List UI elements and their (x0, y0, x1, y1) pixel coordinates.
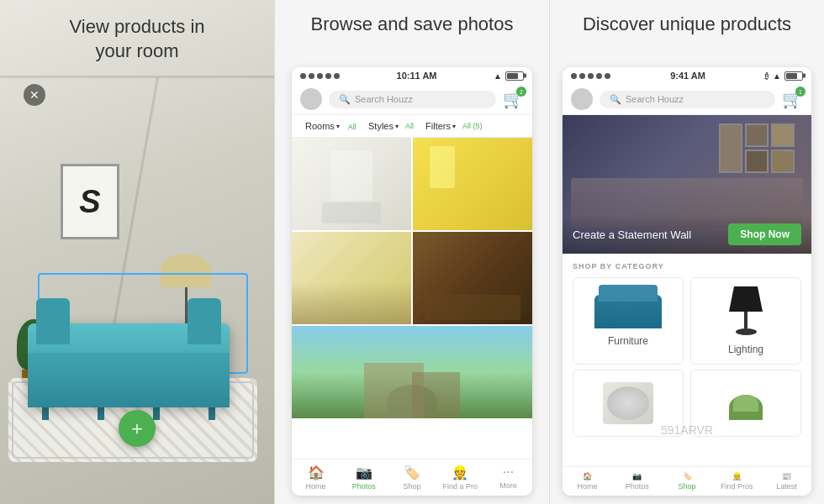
search-field[interactable]: 🔍 Search Houzz (329, 91, 496, 108)
nav-shop[interactable]: 🏷️ Shop (388, 465, 436, 491)
status-bar: 10:11 AM ▲ (292, 67, 532, 84)
signal-dot (605, 73, 610, 79)
panel-discover-products: Discover unique products 9:41 AM ₿ ▲ (550, 0, 824, 504)
panel3-title: Discover unique products (550, 13, 824, 37)
signal-dots (300, 73, 340, 79)
status-time-3: 9:41 AM (670, 71, 705, 81)
category-section-label: SHOP BY CATEGORY (573, 262, 801, 270)
cart-count-3: 1 (795, 87, 806, 97)
nav-find-pro[interactable]: 👷 Find a Pro (436, 465, 484, 491)
furniture-image (594, 286, 662, 328)
more-category-card[interactable] (573, 370, 684, 437)
sofa-leg (209, 407, 215, 420)
search-bar-3: 🔍 Search Houzz 🛒 1 (563, 84, 811, 115)
signal-dot (588, 73, 594, 79)
furniture-label: Furniture (608, 335, 648, 347)
nav3-home-label: Home (578, 482, 598, 491)
shop-icon: 🏷️ (404, 465, 420, 480)
shop-now-button[interactable]: Shop Now (728, 223, 801, 245)
photo-decor (413, 138, 532, 230)
phone-mockup-browse: 10:11 AM ▲ 🔍 Search Houzz 🛒 2 Roo (292, 67, 532, 496)
gallery-frame (771, 150, 795, 173)
photos-icon: 📷 (356, 465, 372, 480)
signal-dot (334, 73, 340, 79)
nav3-find-pros[interactable]: 👷 Find Pros (712, 472, 762, 491)
filters-value: All (5) (462, 122, 483, 130)
nav-photos[interactable]: 📷 Photos (340, 465, 388, 491)
styles-filter[interactable]: Styles ▾ (362, 119, 405, 133)
ar-add-button[interactable]: ＋ (119, 410, 156, 447)
signal-dot (300, 73, 306, 79)
nav3-photos[interactable]: 📷 Photos (612, 472, 662, 491)
lighting-image (721, 286, 771, 337)
more-category-card[interactable] (690, 370, 801, 437)
photo-living-room[interactable] (413, 232, 532, 324)
filters-filter[interactable]: Filters ▾ (419, 119, 462, 133)
signal-dot (309, 73, 314, 79)
nav-home[interactable]: 🏠 Home (292, 465, 340, 491)
cart-button-3[interactable]: 🛒 1 (782, 89, 803, 109)
furniture-sofa-icon (594, 295, 662, 328)
rooms-filter[interactable]: Rooms ▾ (298, 119, 348, 133)
decor-image (603, 382, 653, 424)
filters-chevron: ▾ (452, 123, 456, 130)
outdoor-image (721, 382, 771, 424)
bottom-nav-3: 🏠 Home 📷 Photos 🏷️ Shop 👷 Find Pros 📰 La… (563, 466, 811, 496)
nav3-shop-label: Shop (678, 482, 695, 491)
photo-bathroom-yellow[interactable] (413, 138, 532, 230)
phone-mockup-shop: 9:41 AM ₿ ▲ 🔍 Search Houzz 🛒 1 (563, 67, 811, 496)
photo-exterior-fountain[interactable] (292, 326, 532, 418)
panel-browse-photos: Browse and save photos 10:11 AM ▲ (274, 0, 550, 504)
sofa-leg (153, 407, 160, 420)
status-right-icons: ▲ (494, 71, 524, 81)
sofa-leg (42, 407, 49, 420)
bottom-nav: 🏠 Home 📷 Photos 🏷️ Shop 👷 Find a Pro ···… (292, 459, 532, 496)
signal-dot (579, 73, 585, 79)
shop-icon-3: 🏷️ (683, 472, 692, 480)
user-avatar[interactable] (300, 88, 322, 110)
nav3-home[interactable]: 🏠 Home (563, 472, 612, 491)
search-field-3[interactable]: 🔍 Search Houzz (600, 91, 775, 108)
photo-kitchen[interactable] (292, 232, 411, 324)
signal-dot (317, 73, 323, 79)
cart-button[interactable]: 🛒 2 (503, 89, 524, 109)
search-bar: 🔍 Search Houzz 🛒 2 (292, 84, 532, 115)
battery-icon-3 (784, 71, 803, 81)
nav3-shop[interactable]: 🏷️ Shop (662, 472, 711, 491)
nav-more[interactable]: ··· More (484, 465, 532, 491)
nav3-find-pros-label: Find Pros (721, 482, 753, 491)
category-card-furniture[interactable]: Furniture (573, 277, 684, 365)
photo-grid (292, 138, 532, 459)
photo-decor (292, 138, 411, 230)
gallery-frame (771, 123, 795, 147)
nav-find-pro-label: Find a Pro (442, 482, 478, 491)
shop-by-category-section: SHOP BY CATEGORY Furniture (563, 254, 811, 370)
sofa[interactable] (28, 323, 230, 407)
signal-dot (596, 73, 602, 79)
pro-icon: 👷 (452, 465, 468, 480)
wifi-icon-3: ▲ (773, 71, 781, 81)
search-placeholder: Search Houzz (355, 94, 413, 104)
category-card-lighting[interactable]: Lighting (690, 277, 801, 365)
nav3-latest[interactable]: 📰 Latest (762, 472, 811, 491)
battery-fill-3 (786, 73, 797, 79)
photo-bathroom-white[interactable] (292, 138, 411, 230)
bluetooth-icon: ₿ (765, 71, 769, 81)
styles-filter-label: Styles (368, 121, 394, 131)
status-bar-3: 9:41 AM ₿ ▲ (563, 67, 811, 84)
user-avatar-3[interactable] (571, 88, 593, 110)
more-icon: ··· (503, 465, 514, 480)
wall-art: S (61, 164, 119, 239)
sofa-container[interactable] (25, 323, 232, 420)
gallery-frame (745, 150, 769, 173)
home-icon-3: 🏠 (583, 472, 592, 480)
hero-image: Create a Statement Wall Shop Now (563, 115, 811, 254)
rooms-chevron: ▾ (336, 123, 340, 130)
search-placeholder-3: Search Houzz (626, 94, 684, 104)
ar-close-button[interactable]: ✕ (24, 84, 45, 106)
gallery-frame (745, 123, 769, 147)
hero-caption: Create a Statement Wall (573, 228, 691, 241)
ar-room-scene: ✕ S (0, 0, 274, 504)
hero-overlay: Create a Statement Wall Shop Now (563, 215, 811, 254)
panel2-title: Browse and save photos (275, 13, 549, 37)
